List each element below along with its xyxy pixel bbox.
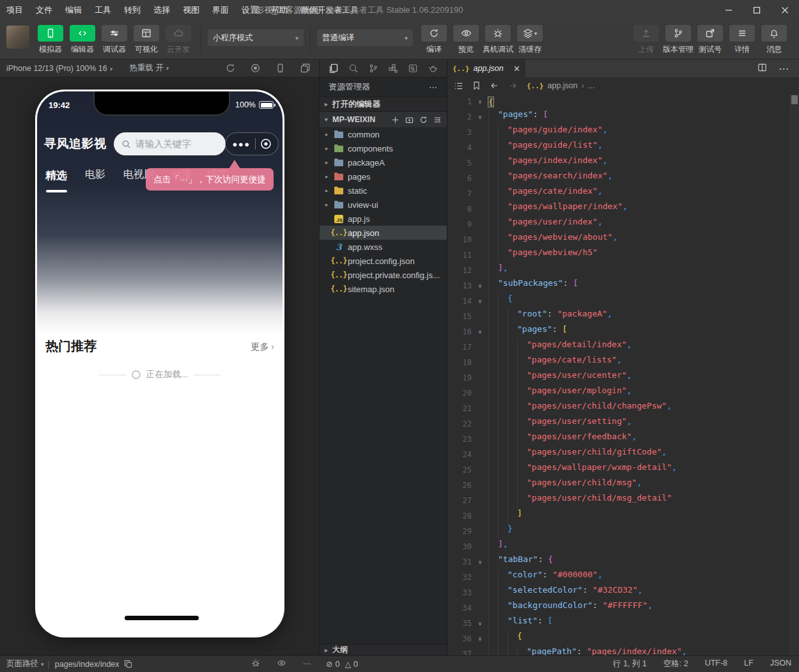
toolbar-消息[interactable]: 消息 bbox=[758, 25, 790, 55]
toolbar-编辑器[interactable]: 编辑器 bbox=[66, 25, 98, 55]
tree-item-app.js[interactable]: JSapp.js bbox=[320, 212, 447, 226]
maximize-button[interactable] bbox=[743, 0, 771, 20]
indent-guide bbox=[488, 646, 498, 655]
breadcrumb[interactable]: {..} app.json › ... bbox=[527, 81, 594, 90]
device-frame-icon[interactable] bbox=[275, 63, 285, 73]
menu-项目[interactable]: 项目 bbox=[0, 0, 29, 20]
menu-界面[interactable]: 界面 bbox=[206, 0, 235, 20]
toolbar-真机调试[interactable]: 真机调试 bbox=[482, 25, 514, 55]
hot-reload-toggle[interactable]: 热重载 开▾ bbox=[129, 63, 169, 74]
minimize-button[interactable] bbox=[715, 0, 743, 20]
code-editor[interactable]: 1∨{2∨"pages": [3"pages/guide/index",4"pa… bbox=[447, 94, 799, 655]
tree-item-pages[interactable]: ▸pages bbox=[320, 169, 447, 184]
tab-app-json[interactable]: {..} app.json ✕ bbox=[447, 59, 525, 77]
language-mode[interactable]: JSON bbox=[770, 659, 791, 669]
refresh-explorer-icon[interactable] bbox=[419, 116, 428, 124]
toolbar-版本管理[interactable]: 版本管理 bbox=[662, 25, 694, 55]
bookmark-icon[interactable] bbox=[472, 81, 481, 90]
more-link[interactable]: 更多 › bbox=[251, 341, 274, 353]
toolbar-详情[interactable]: 详情 bbox=[726, 25, 758, 55]
indent-guide bbox=[488, 585, 498, 600]
menu-工具[interactable]: 工具 bbox=[88, 0, 118, 20]
files-icon[interactable] bbox=[329, 63, 339, 74]
mode-select[interactable]: 小程序模式▾ bbox=[208, 29, 304, 46]
split-editor-icon[interactable] bbox=[757, 63, 767, 75]
project-root[interactable]: ▾MP-WEIXIN bbox=[320, 112, 447, 127]
page-path-select[interactable]: 页面路径▾ bbox=[6, 659, 48, 669]
menu-编辑[interactable]: 编辑 bbox=[59, 0, 88, 20]
toolbar-可视化[interactable]: 可视化 bbox=[130, 25, 162, 55]
toolbar-编译[interactable]: 编译 bbox=[418, 25, 450, 55]
menu-文件[interactable]: 文件 bbox=[29, 0, 59, 20]
phone-tab-电影[interactable]: 电影 bbox=[85, 168, 105, 182]
tab-close-icon[interactable]: ✕ bbox=[513, 64, 520, 74]
editor-more-icon[interactable]: ⋯ bbox=[779, 63, 789, 75]
status-eye-icon[interactable] bbox=[277, 659, 286, 669]
scrollbar-track[interactable] bbox=[790, 94, 799, 655]
sitemap-icon[interactable] bbox=[408, 63, 418, 74]
tree-item-components[interactable]: ▸components bbox=[320, 141, 447, 155]
outline-section[interactable]: ▸大纲 bbox=[320, 644, 447, 655]
tree-item-packageA[interactable]: ▸packageA bbox=[320, 155, 447, 169]
search-input[interactable]: 请输入关键字 bbox=[114, 132, 226, 155]
plugin-teapot-icon[interactable] bbox=[428, 63, 438, 74]
fold-chevron-icon[interactable]: ∨ bbox=[474, 114, 486, 120]
toolbar-调试器[interactable]: 调试器 bbox=[98, 25, 130, 55]
capsule-close-icon[interactable] bbox=[260, 138, 272, 150]
device-select[interactable]: iPhone 12/13 (Pro) 100% 16▾ bbox=[6, 64, 112, 73]
problems-indicator[interactable]: ⊘0 △0 bbox=[326, 659, 358, 669]
tree-item-project.config.json[interactable]: {..}project.config.json bbox=[320, 254, 447, 268]
encoding[interactable]: UTF-8 bbox=[705, 659, 727, 669]
record-icon[interactable] bbox=[251, 63, 260, 73]
tree-item-uview-ui[interactable]: ▸uview-ui bbox=[320, 198, 447, 212]
new-file-icon[interactable] bbox=[391, 116, 400, 124]
extensions-icon[interactable] bbox=[388, 63, 398, 74]
compile-select[interactable]: 普通编译▾ bbox=[317, 29, 413, 46]
tree-item-sitemap.json[interactable]: {..}sitemap.json bbox=[320, 282, 447, 296]
toolbar-预览[interactable]: 预览 bbox=[450, 25, 482, 55]
copy-path-icon[interactable] bbox=[124, 660, 132, 668]
fold-chevron-icon[interactable]: ∨ bbox=[474, 636, 486, 642]
indent-setting[interactable]: 空格: 2 bbox=[663, 659, 688, 669]
more-dots-icon[interactable]: ●●● bbox=[232, 139, 250, 149]
line-number: 4 bbox=[447, 143, 474, 152]
tree-item-app.json[interactable]: {..}app.json bbox=[320, 226, 447, 240]
status-bug-icon[interactable] bbox=[251, 659, 260, 669]
cloud-icon bbox=[166, 25, 191, 42]
fold-chevron-icon[interactable]: ∨ bbox=[474, 98, 486, 105]
eol[interactable]: LF bbox=[744, 659, 754, 669]
fold-chevron-icon[interactable]: ∨ bbox=[474, 298, 486, 304]
phone-tab-精选[interactable]: 精选 bbox=[45, 168, 67, 183]
forward-icon[interactable] bbox=[508, 81, 518, 90]
fold-chevron-icon[interactable]: ∨ bbox=[474, 559, 486, 565]
rotate-icon[interactable] bbox=[226, 63, 235, 73]
back-icon[interactable] bbox=[490, 81, 499, 90]
menu-转到[interactable]: 转到 bbox=[118, 0, 147, 20]
toolbar-测试号[interactable]: 测试号 bbox=[694, 25, 726, 55]
toolbar-模拟器[interactable]: 模拟器 bbox=[35, 25, 66, 55]
open-editors-section[interactable]: ▸打开的编辑器 bbox=[320, 97, 447, 112]
fold-chevron-icon[interactable]: ∨ bbox=[474, 283, 486, 289]
toolbar-清缓存[interactable]: ▾清缓存 bbox=[514, 25, 546, 55]
explorer-more-icon[interactable]: ⋯ bbox=[429, 82, 438, 92]
collapse-all-icon[interactable] bbox=[433, 116, 442, 124]
search-icon[interactable] bbox=[348, 63, 359, 74]
tree-item-project.private.config.js...[interactable]: {..}project.private.config.js... bbox=[320, 268, 447, 282]
js-file-icon: JS bbox=[333, 215, 345, 223]
tree-item-static[interactable]: ▸static bbox=[320, 184, 447, 198]
status-more-icon[interactable]: ⋯ bbox=[303, 659, 311, 669]
close-button[interactable] bbox=[771, 0, 799, 20]
fold-chevron-icon[interactable]: ∨ bbox=[474, 620, 486, 627]
new-folder-icon[interactable] bbox=[405, 116, 414, 124]
git-icon[interactable] bbox=[368, 63, 378, 74]
multi-window-icon[interactable] bbox=[300, 63, 310, 73]
menu-选择[interactable]: 选择 bbox=[147, 0, 176, 20]
fold-chevron-icon[interactable]: ∨ bbox=[474, 329, 486, 335]
tree-item-app.wxss[interactable]: 3app.wxss bbox=[320, 240, 447, 254]
outline-list-icon[interactable] bbox=[454, 81, 463, 91]
capsule-menu[interactable]: ●●● bbox=[225, 132, 279, 155]
menu-视图[interactable]: 视图 bbox=[176, 0, 206, 20]
cursor-position[interactable]: 行 1, 列 1 bbox=[613, 659, 647, 669]
tree-item-common[interactable]: ▸common bbox=[320, 127, 447, 141]
avatar[interactable] bbox=[6, 26, 29, 49]
